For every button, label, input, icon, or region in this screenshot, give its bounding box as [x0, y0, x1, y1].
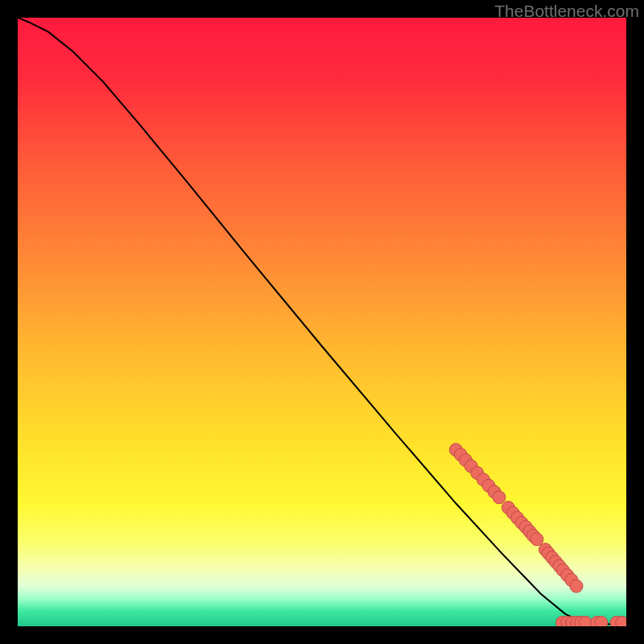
- scatter-point: [530, 533, 543, 546]
- scatter-point: [493, 491, 506, 504]
- plot-area: [18, 18, 626, 626]
- scatter-point: [595, 616, 608, 626]
- scatter-point: [579, 616, 592, 626]
- chart-svg: [18, 18, 626, 626]
- chart-frame: TheBottleneck.com: [0, 0, 644, 644]
- watermark-text: TheBottleneck.com: [494, 2, 639, 21]
- scatter-point: [570, 580, 583, 592]
